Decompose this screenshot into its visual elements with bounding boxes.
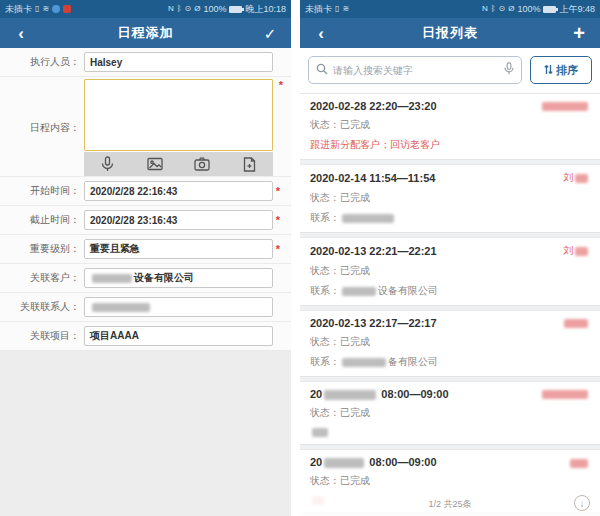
text-segment: 刘 [563, 245, 573, 256]
priority-input[interactable]: 重要且紧急 [84, 239, 273, 259]
executor-input[interactable]: Halsey [84, 52, 273, 72]
form-row-end-time: 截止时间： 2020/2/28 23:16:43 * [0, 206, 291, 235]
battery-icon [229, 6, 242, 13]
text-segment: 状态：已完成 [310, 119, 370, 130]
mute-icon: Ø [194, 5, 200, 13]
text-segment: 状态：已完成 [310, 336, 370, 347]
text-segment: 联系： [310, 285, 340, 296]
text-segment: 刘 [563, 172, 573, 183]
redacted-text [542, 102, 588, 111]
customer-input[interactable]: 设备有限公司 [84, 268, 273, 288]
scroll-down-button[interactable]: ↓ [574, 495, 590, 511]
search-input[interactable] [333, 65, 499, 76]
battery-percent: 100% [517, 4, 540, 14]
text-segment: 状态：已完成 [310, 192, 370, 203]
project-input[interactable]: 项目AAAA [84, 326, 273, 346]
text-segment: 状态：已完成 [310, 265, 370, 276]
app-badge-red-icon [63, 5, 71, 13]
item-line: 状态：已完成 [310, 191, 590, 205]
field-label: 关联项目： [4, 329, 84, 343]
confirm-check-icon[interactable]: ✓ [259, 26, 281, 41]
microphone-icon[interactable] [96, 153, 120, 175]
empty-area [0, 351, 291, 516]
item-line: 跟进新分配客户；回访老客户 [310, 138, 590, 152]
add-icon[interactable]: + [568, 23, 590, 43]
report-list-item[interactable]: 2020-02-28 22:20—23:20状态：已完成跟进新分配客户；回访老客… [300, 94, 600, 159]
search-icon [316, 61, 328, 79]
item-name [568, 457, 590, 468]
redacted-text [570, 459, 588, 468]
form-row-contact: 关联联系人： [0, 293, 291, 322]
end-time-input[interactable]: 2020/2/28 23:16:43 [84, 210, 273, 230]
text-segment: 08:00—09:00 [366, 456, 436, 468]
sort-arrows-icon [544, 64, 553, 77]
sim-icon: ▯ [35, 5, 39, 13]
schedule-content-textarea[interactable] [84, 79, 273, 151]
text-segment: 状态：已完成 [310, 407, 370, 418]
gallery-icon[interactable] [143, 153, 167, 175]
redacted-text [312, 428, 328, 437]
item-date: 2020-02-14 11:54—11:54 [310, 172, 435, 184]
field-label: 执行人员： [4, 55, 84, 69]
report-list-item[interactable]: 20 08:00—09:00状态：已完成 [300, 382, 600, 444]
voice-search-icon[interactable] [504, 61, 514, 79]
item-line: 状态：已完成 [310, 264, 590, 278]
form-row-start-time: 开始时间： 2020/2/28 22:16:43 * [0, 177, 291, 206]
page-info: 1/2 共25条 [428, 498, 471, 511]
sim-icon: ▯ [335, 5, 339, 13]
item-date: 20 08:00—09:00 [310, 388, 449, 400]
wifi-icon: ≋ [342, 5, 349, 13]
redacted-text [92, 303, 150, 312]
list-footer: 1/2 共25条 [300, 492, 600, 516]
text-segment: 20 [310, 456, 322, 468]
item-line [310, 426, 590, 437]
page-title: 日程添加 [32, 24, 259, 42]
text-segment: 08:00—09:00 [378, 388, 448, 400]
nfc-icon: N [168, 5, 174, 13]
sort-button[interactable]: 排序 [530, 56, 592, 84]
page-title: 日报列表 [332, 24, 568, 42]
text-segment: 联系： [310, 212, 340, 223]
field-label: 关联联系人： [4, 300, 84, 314]
clock-label: 晚上10:18 [245, 3, 286, 16]
required-asterisk: * [273, 185, 283, 197]
field-label: 关联客户： [4, 271, 84, 285]
item-line: 状态：已完成 [310, 118, 590, 132]
item-name: 刘 [563, 171, 590, 185]
daily-report-list-screen: 未插卡 ▯ ≋ N ᛒ ⊙ Ø 100% 上午9:48 ‹ 日报列表 + [300, 0, 600, 516]
field-label: 开始时间： [4, 184, 84, 198]
item-name [540, 389, 590, 400]
camera-icon[interactable] [190, 153, 214, 175]
form-row-priority: 重要级别： 重要且紧急 * [0, 235, 291, 264]
text-segment: 备有限公司 [388, 356, 438, 367]
text-segment: 跟进新分配客户；回访老客户 [310, 139, 440, 150]
item-date: 2020-02-28 22:20—23:20 [310, 100, 437, 112]
text-segment: 2020-02-28 22:20—23:20 [310, 100, 437, 112]
sort-label: 排序 [556, 63, 578, 78]
report-list-item[interactable]: 2020-02-13 22:17—22:17状态：已完成联系：备有限公司 [300, 311, 600, 376]
add-file-icon[interactable] [237, 153, 261, 175]
start-time-input[interactable]: 2020/2/28 22:16:43 [84, 181, 273, 201]
mute-icon: Ø [508, 5, 514, 13]
two-screenshot-stage: 未插卡 ▯ ≋ N ᛒ ⊙ Ø 100% 晚上10:18 ‹ 日程添加 ✓ [0, 0, 600, 516]
schedule-add-screen: 未插卡 ▯ ≋ N ᛒ ⊙ Ø 100% 晚上10:18 ‹ 日程添加 ✓ [0, 0, 291, 516]
item-date: 20 08:00—09:00 [310, 456, 437, 468]
field-label: 重要级别： [4, 242, 84, 256]
report-list-item[interactable]: 2020-02-13 22:21—22:21刘状态：已完成联系：设备有限公司 [300, 238, 600, 305]
text-segment: 状态：已完成 [310, 475, 370, 486]
redacted-text [342, 358, 386, 367]
back-icon[interactable]: ‹ [10, 25, 32, 42]
redacted-text [92, 274, 132, 283]
field-label: 日程内容： [4, 121, 84, 135]
report-list-item[interactable]: 2020-02-14 11:54—11:54刘状态：已完成联系： [300, 165, 600, 232]
required-asterisk: * [273, 214, 283, 226]
search-box[interactable] [308, 56, 522, 84]
required-asterisk: * [273, 243, 283, 255]
contact-input[interactable] [84, 297, 273, 317]
text-segment: 2020-02-13 22:17—22:17 [310, 317, 437, 329]
field-label: 截止时间： [4, 213, 84, 227]
redacted-text [575, 174, 588, 183]
item-line: 联系：设备有限公司 [310, 284, 590, 298]
item-name [540, 101, 590, 112]
back-icon[interactable]: ‹ [310, 25, 332, 42]
